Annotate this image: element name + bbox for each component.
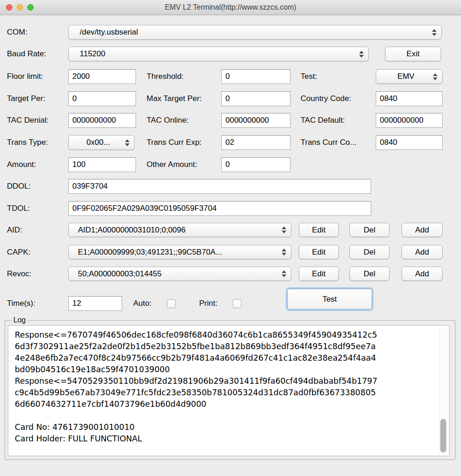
threshold-label: Threshold: <box>147 69 183 84</box>
auto-checkbox[interactable] <box>167 299 176 308</box>
trans-type-select[interactable]: 0x00... <box>68 135 135 150</box>
log-scrollbar-track[interactable] <box>439 327 448 455</box>
trans-curr-exp-input[interactable] <box>221 135 290 150</box>
tac-online-label: TAC Online: <box>147 113 189 128</box>
log-line: 6d3f7302911ae25f2a2de0f2b1d5e2b3152b5fbe… <box>15 341 437 352</box>
log-line: Response<=7670749f46506dec168cfe098f6840… <box>15 329 437 341</box>
revoc-del-button[interactable]: Del <box>349 267 390 281</box>
trans-type-value: 0x00... <box>69 138 125 147</box>
aid-select[interactable]: AID1;A0000000031010;0;0096 <box>68 223 291 237</box>
com-select[interactable]: /dev/tty.usbserial <box>68 25 442 40</box>
revoc-add-button[interactable]: Add <box>402 267 443 281</box>
com-value: /dev/tty.usbserial <box>69 28 432 37</box>
trans-type-label: Trans Type: <box>7 135 48 150</box>
amount-input[interactable] <box>68 157 136 172</box>
ddol-input[interactable] <box>68 179 371 194</box>
test-button[interactable]: Test <box>287 289 372 309</box>
minimize-icon[interactable] <box>17 4 23 11</box>
trans-curr-exp-label: Trans Curr Exp: <box>147 135 201 150</box>
capk-edit-button[interactable]: Edit <box>299 245 339 259</box>
log-line: bd09b04516c19e18ac59f4701039000 <box>15 364 437 375</box>
time-input[interactable] <box>68 296 122 311</box>
floor-limit-input[interactable] <box>68 69 136 84</box>
stepper-icon <box>282 249 286 256</box>
tac-denial-input[interactable] <box>68 113 136 128</box>
stepper-icon <box>125 139 130 146</box>
aid-edit-button[interactable]: Edit <box>299 223 339 237</box>
window-title: EMV L2 Terminal(http://www.szzcs.com) <box>0 0 461 15</box>
floor-limit-label: Floor limit: <box>7 69 43 84</box>
log-textarea[interactable]: Response<=7670749f46506dec168cfe098f6840… <box>8 325 449 456</box>
print-checkbox[interactable] <box>233 299 242 308</box>
revoc-value: 50;A000000003;014455 <box>69 269 282 279</box>
threshold-input[interactable] <box>221 69 290 84</box>
country-code-input[interactable] <box>376 91 443 106</box>
baud-rate-value: 115200 <box>69 49 359 59</box>
exit-button[interactable]: Exit <box>385 47 441 61</box>
max-target-per-input[interactable] <box>221 91 290 106</box>
log-line: Card Holder: FULL FUNCTIONAL <box>15 433 437 445</box>
ddol-label: DDOL: <box>7 179 31 194</box>
auto-label: Auto: <box>133 296 152 311</box>
stepper-icon <box>433 73 437 80</box>
test-select-value: EMV <box>376 72 433 81</box>
tac-default-label: TAC Default: <box>301 113 345 128</box>
com-label: COM: <box>7 25 27 40</box>
amount-label: Amount: <box>7 157 36 172</box>
max-target-per-label: Max Target Per: <box>147 91 202 106</box>
tdol-input[interactable] <box>68 201 371 216</box>
tac-default-input[interactable] <box>376 113 443 128</box>
revoc-edit-button[interactable]: Edit <box>299 267 339 281</box>
aid-value: AID1;A0000000031010;0;0096 <box>69 226 282 235</box>
log-line: c9c4b5d99b5e67ab73049e771fc5fdc23e58350b… <box>15 387 437 399</box>
zoom-icon[interactable] <box>27 4 34 11</box>
app-window: EMV L2 Terminal(http://www.szzcs.com) CO… <box>0 0 461 476</box>
target-per-input[interactable] <box>68 91 136 106</box>
log-line: Response<=5470529350110bb9df2d21981906b2… <box>15 375 437 387</box>
tac-online-input[interactable] <box>221 113 290 128</box>
log-legend: Log <box>12 316 28 324</box>
capk-value: E1;A000009999;03;491231;;99C5B70A... <box>69 248 282 257</box>
log-text: Response<=7670749f46506dec168cfe098f6840… <box>15 329 437 445</box>
tdol-label: TDOL: <box>7 201 30 216</box>
capk-select[interactable]: E1;A000009999;03;491231;;99C5B70A... <box>68 245 291 259</box>
trans-curr-code-input[interactable] <box>376 135 443 150</box>
capk-label: CAPK: <box>7 245 30 260</box>
capk-del-button[interactable]: Del <box>349 245 390 259</box>
baud-rate-label: Baud Rate: <box>7 47 46 61</box>
close-icon[interactable] <box>6 4 12 11</box>
aid-label: AID: <box>7 223 22 238</box>
log-line <box>15 410 437 422</box>
log-line: Card No: 4761739001010010 <box>15 422 437 433</box>
log-line: 4e248e6fb2a7ec470f8c24b97566cc9b2b79f481… <box>15 352 437 364</box>
other-amount-label: Other Amount: <box>147 157 197 172</box>
print-label: Print: <box>199 296 218 311</box>
log-scrollbar-thumb[interactable] <box>440 419 446 452</box>
aid-add-button[interactable]: Add <box>402 223 443 237</box>
title-bar: EMV L2 Terminal(http://www.szzcs.com) <box>0 0 461 15</box>
other-amount-input[interactable] <box>221 157 290 172</box>
target-per-label: Target Per: <box>7 91 45 106</box>
trans-curr-code-label: Trans Curr Co... <box>301 135 356 150</box>
revoc-select[interactable]: 50;A000000003;014455 <box>68 267 291 281</box>
time-label: Time(s): <box>7 296 35 311</box>
capk-add-button[interactable]: Add <box>402 245 443 259</box>
aid-del-button[interactable]: Del <box>349 223 390 237</box>
test-label: Test: <box>301 69 317 84</box>
baud-rate-select[interactable]: 115200 <box>68 47 369 61</box>
stepper-icon <box>282 226 286 233</box>
country-code-label: Country Code: <box>301 91 351 106</box>
stepper-icon <box>359 51 364 58</box>
test-select[interactable]: EMV <box>376 69 443 84</box>
tac-denial-label: TAC Denial: <box>7 113 48 128</box>
log-groupbox: Log Response<=7670749f46506dec168cfe098f… <box>5 320 455 460</box>
revoc-label: Revoc: <box>7 267 31 281</box>
stepper-icon <box>282 270 286 277</box>
log-line: 6d66074632711e7cbf14073796e1b60d4d9000 <box>15 399 437 410</box>
stepper-icon <box>432 29 437 36</box>
